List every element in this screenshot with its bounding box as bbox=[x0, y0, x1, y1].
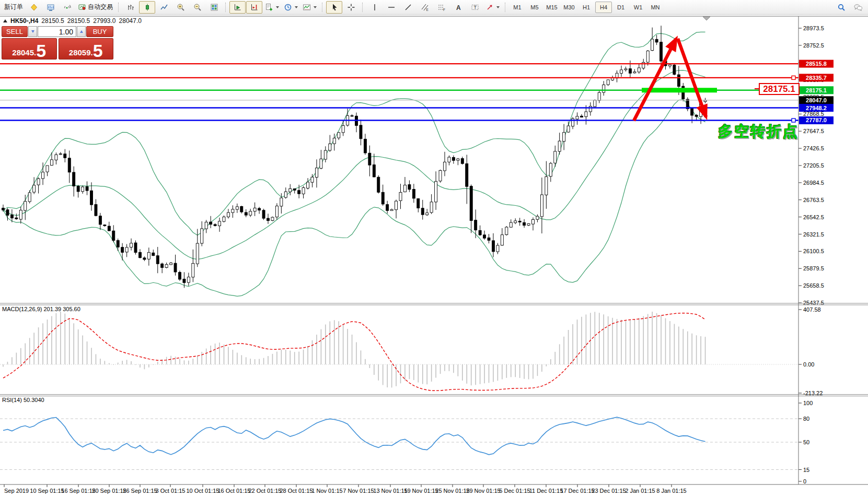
candle bbox=[258, 208, 261, 210]
buy-button[interactable]: BUY bbox=[86, 26, 113, 37]
candle bbox=[474, 220, 477, 230]
diamond-icon bbox=[30, 3, 38, 11]
candle bbox=[103, 225, 106, 226]
search-icon bbox=[837, 3, 846, 11]
candle bbox=[691, 109, 693, 115]
periods-button[interactable] bbox=[282, 1, 300, 14]
candle bbox=[19, 210, 22, 220]
trendline-button[interactable] bbox=[400, 1, 416, 14]
spinner-down-icon bbox=[31, 30, 34, 33]
svg-text:T: T bbox=[473, 5, 477, 10]
x-axis-label: 25 Nov 01:15 bbox=[435, 488, 469, 494]
x-axis-label: 1 Nov 01:15 bbox=[311, 488, 342, 494]
horizontal-line-button[interactable] bbox=[383, 1, 399, 14]
spinner-up-icon bbox=[80, 30, 83, 33]
market-watch-button[interactable] bbox=[42, 1, 59, 14]
templates-button[interactable] bbox=[300, 1, 319, 14]
x-axis-label: 16 Sep 01:15 bbox=[61, 488, 95, 494]
candle bbox=[435, 181, 437, 202]
zoom-in-button[interactable] bbox=[172, 1, 189, 14]
candle bbox=[99, 216, 101, 224]
ohlc-low: 27993.0 bbox=[93, 17, 115, 25]
volume-input[interactable] bbox=[38, 26, 76, 37]
new-order-button[interactable]: 新订单 bbox=[2, 1, 25, 14]
arrows-button[interactable] bbox=[483, 1, 502, 14]
signal-radar-icon bbox=[63, 3, 72, 11]
candle bbox=[311, 177, 314, 182]
timeframe-w1[interactable]: W1 bbox=[630, 2, 646, 13]
candle bbox=[205, 222, 207, 229]
candle bbox=[651, 39, 654, 51]
fibonacci-button[interactable]: F bbox=[433, 1, 449, 14]
auto-trading-button[interactable]: 自动交易 bbox=[76, 1, 115, 14]
chart-shift-button[interactable] bbox=[246, 1, 262, 14]
date-axis[interactable]: Sep 201910 Sep 01:1516 Sep 01:1520 Sep 0… bbox=[4, 484, 687, 494]
price-tag-label[interactable]: 28175.1 bbox=[759, 83, 800, 95]
candle bbox=[95, 205, 97, 216]
bar-chart-button[interactable] bbox=[122, 1, 138, 14]
x-axis-label: 5 Dec 01:15 bbox=[499, 488, 530, 494]
chart-shift-marker-icon[interactable] bbox=[703, 17, 710, 20]
candle bbox=[638, 68, 640, 72]
fibonacci-icon: F bbox=[437, 3, 446, 11]
buy-price-display[interactable]: 28059.5 bbox=[59, 38, 114, 60]
x-axis-label: 22 Oct 01:15 bbox=[249, 488, 282, 494]
dropdown-caret-icon bbox=[314, 6, 317, 8]
chart-shift-icon bbox=[250, 3, 259, 11]
indicators-button[interactable] bbox=[263, 1, 281, 14]
zoom-out-button[interactable] bbox=[189, 1, 205, 14]
candle bbox=[64, 154, 66, 158]
search-button[interactable] bbox=[833, 1, 849, 14]
template-chart-icon bbox=[303, 3, 311, 11]
macd-axis-label: 0.00 bbox=[803, 361, 814, 368]
new-chart-button[interactable] bbox=[26, 1, 42, 14]
equidistant-channel-button[interactable]: E bbox=[416, 1, 433, 14]
candle bbox=[408, 185, 411, 190]
candle bbox=[395, 201, 398, 210]
volume-decrease-button[interactable] bbox=[28, 26, 37, 37]
timeframe-m5[interactable]: M5 bbox=[526, 2, 543, 13]
chat-button[interactable] bbox=[850, 1, 866, 14]
candle bbox=[368, 153, 371, 165]
symbol-arrow-icon bbox=[3, 19, 7, 22]
candle bbox=[417, 198, 420, 208]
vertical-line-button[interactable] bbox=[366, 1, 383, 14]
candle bbox=[183, 279, 186, 283]
candlestick-button[interactable] bbox=[139, 1, 155, 14]
candle bbox=[307, 182, 309, 188]
text-label-button[interactable]: T bbox=[467, 1, 483, 14]
cursor-button[interactable] bbox=[326, 1, 342, 14]
timeframe-m30[interactable]: M30 bbox=[561, 2, 577, 13]
candle bbox=[540, 195, 543, 217]
candle bbox=[386, 205, 389, 211]
macd-panel: 407.580.00-213.22MACD(12,26,9) 201.39 30… bbox=[0, 306, 823, 396]
tile-windows-button[interactable] bbox=[206, 1, 222, 14]
timeframe-d1[interactable]: D1 bbox=[612, 2, 629, 13]
crosshair-button[interactable] bbox=[343, 1, 359, 14]
support-zone-segment[interactable] bbox=[642, 88, 717, 92]
candle bbox=[320, 159, 322, 168]
candle bbox=[28, 193, 31, 202]
signals-button[interactable] bbox=[59, 1, 75, 14]
sell-button[interactable]: SELL bbox=[2, 26, 28, 37]
candle bbox=[24, 202, 27, 210]
candle bbox=[77, 186, 79, 192]
timeframe-mn[interactable]: MN bbox=[647, 2, 664, 13]
rsi-indicator-label: RSI(14) 50.3040 bbox=[2, 397, 44, 403]
chart-canvas[interactable]: 28973.528752.528531.528310.528089.527868… bbox=[0, 0, 868, 497]
line-handle[interactable] bbox=[792, 76, 795, 79]
candle bbox=[488, 238, 490, 240]
text-button[interactable]: A bbox=[450, 1, 466, 14]
sell-price-display[interactable]: 28045.5 bbox=[2, 38, 57, 60]
auto-scroll-button[interactable] bbox=[229, 1, 246, 14]
candle bbox=[179, 273, 181, 279]
candle bbox=[514, 221, 517, 223]
timeframe-h4[interactable]: H4 bbox=[595, 2, 612, 13]
volume-increase-button[interactable] bbox=[77, 26, 86, 37]
x-axis-label: 26 Sep 01:15 bbox=[123, 488, 157, 494]
timeframe-h1[interactable]: H1 bbox=[578, 2, 595, 13]
line-chart-button[interactable] bbox=[156, 1, 172, 14]
timeframe-m1[interactable]: M1 bbox=[509, 2, 526, 13]
rsi-axis-label: 80 bbox=[803, 416, 809, 422]
timeframe-m15[interactable]: M15 bbox=[543, 2, 560, 13]
